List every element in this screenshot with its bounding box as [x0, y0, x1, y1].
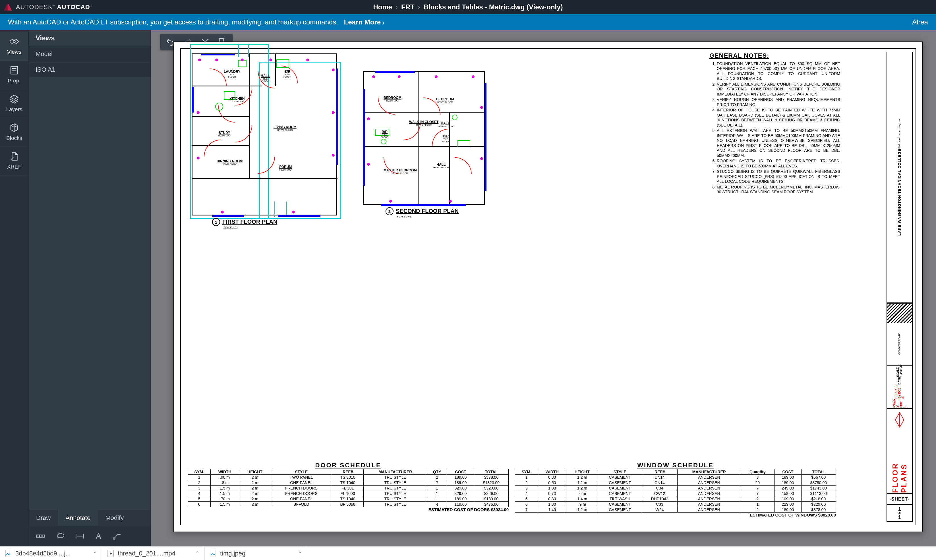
title-block: LAKE WASHINGTON TECHNICAL COLLEGE Kirkla…: [887, 52, 913, 522]
note-item: VERIFY ROUGH OPENINGS AND FRAMING REQUIR…: [717, 97, 840, 107]
os-file-name: thread_0_201....mp4: [118, 550, 176, 557]
rail-blocks[interactable]: Blocks: [0, 118, 28, 147]
titleblock-hatch: [887, 303, 912, 323]
pen-icon: [887, 408, 912, 431]
svg-rect-2: [36, 535, 45, 537]
chevron-up-icon[interactable]: ⌃: [298, 551, 302, 556]
room-label: MASTER BEDROOMHRWD FLOOR: [383, 169, 417, 175]
rail-layers[interactable]: Layers: [0, 89, 28, 118]
promo-right-text: Alrea: [912, 18, 928, 26]
rail-views[interactable]: Views: [0, 32, 28, 60]
learn-more-link[interactable]: Learn More: [344, 18, 381, 26]
rail-label: Layers: [6, 106, 22, 112]
text-icon[interactable]: A: [95, 531, 102, 541]
breadcrumb-folder[interactable]: FRT: [401, 3, 414, 11]
note-item: METAL ROOFING IS TO BE MCELROYMETAL, INC…: [717, 185, 840, 195]
os-file-1[interactable]: 3db48e4d5bd9....j... ⌃: [0, 547, 102, 560]
door-schedule: DOOR SCHEDULE SYM.WIDTHHEIGHTSTYLEREF#MA…: [188, 462, 509, 517]
room-label: BEDROOMHRWD FLOOR: [436, 97, 454, 103]
room-label: DINNING ROOMHRWD FLOOR: [217, 160, 243, 165]
table-row: 20.501.2 mCASEMENTCN14ANDERSEN20189.00$3…: [515, 480, 836, 486]
notes-heading: GENERAL NOTES:: [710, 52, 840, 60]
note-item: VERIFY ALL DIMENSIONS AND CONDITIONS BEF…: [717, 82, 840, 97]
brand-bold: AUTOCAD: [57, 3, 90, 11]
view-iso-a1[interactable]: ISO A1: [29, 62, 151, 77]
view-model[interactable]: Model: [29, 46, 151, 62]
views-panel: Views Model ISO A1 Draw Annotate Modify …: [28, 30, 151, 546]
note-item: INTERIOR OF HOUSE IS TO BE PAINTED WHITE…: [717, 108, 840, 128]
sheet-name: FLOOR PLANS: [887, 431, 912, 494]
titleblock-college: LAKE WASHINGTON TECHNICAL COLLEGE: [898, 149, 902, 235]
dimension-icon[interactable]: [75, 531, 85, 541]
subscription-promo-bar: With an AutoCAD or AutoCAD LT subscripti…: [0, 14, 936, 30]
door-schedule-title: DOOR SCHEDULE: [188, 462, 509, 469]
room-label: B/RTILEFLOOR: [283, 70, 291, 78]
promo-message: With an AutoCAD or AutoCAD LT subscripti…: [8, 18, 338, 26]
tab-annotate[interactable]: Annotate: [58, 510, 98, 526]
svg-rect-9: [210, 550, 216, 557]
chevron-right-icon: ›: [418, 3, 420, 11]
room-label: HALLHRWD FLOOR: [437, 122, 453, 128]
os-file-name: timg.jpeg: [220, 550, 245, 557]
room-label: B/RTILEFLOOR: [381, 130, 389, 138]
table-row: 40.70.6 mCASEMENTCW12ANDERSEN7159.00$111…: [515, 491, 836, 496]
chevron-right-icon: ›: [383, 19, 385, 26]
video-file-icon: [108, 550, 114, 557]
eye-icon: [9, 36, 20, 47]
room-label: B/RTILEFLOOR: [442, 134, 450, 143]
layers-icon: [9, 93, 20, 105]
room-label: HALLHRWD FLOOR: [433, 163, 449, 169]
image-file-icon: [210, 550, 216, 557]
measure-icon[interactable]: [35, 531, 45, 541]
note-item: FOUNDATION VENTILATION EQUAL TO 300 SQ M…: [717, 62, 840, 81]
rail-properties[interactable]: Prop.: [0, 60, 28, 89]
second-floor-plan: BEDROOMHRWD FLOORBEDROOMHRWD FLOORWALK-I…: [363, 71, 485, 205]
rail-label: Blocks: [6, 135, 22, 141]
annotate-toolbar: A: [29, 526, 151, 546]
chevron-right-icon: ›: [396, 3, 398, 11]
rail-label: XREF: [7, 164, 22, 170]
sheet-label: ·SHEET·: [887, 494, 912, 504]
table-row: 2.8 m2 mONE PANELTS 1040TRU STYLE7189.00…: [188, 480, 509, 486]
room-label: LAUNDRYTILEFLOOR: [224, 70, 240, 78]
revision-cloud-icon[interactable]: [55, 531, 65, 541]
floor-plan-drawing: LAUNDRYTILEFLOORHALLTILEFLOORB/RTILEFLOO…: [186, 52, 739, 337]
chevron-up-icon[interactable]: ⌃: [93, 551, 97, 556]
room-label: KITCHENTILE FLOOR: [229, 97, 245, 103]
chevron-up-icon[interactable]: ⌃: [196, 551, 199, 556]
window-schedule-title: WINDOW SCHEDULE: [515, 462, 836, 469]
layout-sheet: LAUNDRYTILEFLOORHALLTILEFLOORB/RTILEFLOO…: [174, 42, 923, 532]
table-row: 31.801.2 mCASEMENTC34ANDERSEN7249.00$174…: [515, 486, 836, 491]
window-cost-estimate: ESTIMATED COST OF WINDOWS $8028.00: [515, 512, 836, 517]
os-file-3[interactable]: timg.jpeg ⌃: [205, 547, 307, 560]
app-titlebar: AUTODESK® AUTOCAD® Home › FRT › Blocks a…: [0, 0, 936, 14]
svg-rect-7: [5, 550, 11, 557]
blocks-icon: [9, 122, 20, 133]
breadcrumb: Home › FRT › Blocks and Tables - Metric.…: [373, 3, 563, 11]
app-logo: AUTODESK® AUTOCAD®: [0, 2, 92, 12]
tab-modify[interactable]: Modify: [98, 510, 131, 526]
table-row: 50.301.4 mTILT-WASHDHP1042ANDERSEN2109.0…: [515, 496, 836, 502]
note-item: ALL EXTERIOR WALL ARE TO BE 50MMX150MM F…: [717, 128, 840, 158]
rail-label: Prop.: [8, 78, 20, 84]
first-floor-title: 1FIRST FLOOR PLAN SCALE 1:01: [212, 218, 277, 229]
table-row: 61.5 m2 mBI-FOLDBF 5068TRU STYLE4119.00$…: [188, 502, 509, 507]
general-notes: GENERAL NOTES: FOUNDATION VENTILATION EQ…: [710, 52, 840, 195]
leader-icon[interactable]: [112, 531, 122, 541]
sheet-number: 1 OF 1: [887, 504, 912, 522]
os-file-2[interactable]: thread_0_201....mp4 ⌃: [102, 547, 205, 560]
door-cost-estimate: ESTIMATED COST OF DOORS $3024.00: [188, 507, 509, 512]
titleblock-college-sub: Kirkland, Washington: [898, 119, 901, 149]
room-label: FORUMHRWD FLOOR: [278, 165, 293, 171]
table-row: 41.5 m2 mFRENCH DOORSFL 1000TRU STYLE132…: [188, 491, 509, 496]
tab-draw[interactable]: Draw: [29, 510, 58, 526]
note-item: STUCCO SIDING IS TO BE QUIKRETE QUIKWALL…: [717, 169, 840, 184]
svg-point-0: [13, 40, 15, 43]
table-row: 1.90 m2 mTWO PANELTS 3010TRU STYLE2189.0…: [188, 475, 509, 480]
rail-xref[interactable]: XREF: [0, 147, 28, 175]
window-schedule: WINDOW SCHEDULE SYM.WIDTHHEIGHTSTYLEREF#…: [515, 462, 836, 517]
breadcrumb-home[interactable]: Home: [373, 3, 392, 11]
drawing-canvas[interactable]: LAUNDRYTILEFLOORHALLTILEFLOORB/RTILEFLOO…: [151, 30, 936, 546]
brand-light: AUTODESK: [16, 3, 52, 11]
os-downloads-bar: 3db48e4d5bd9....j... ⌃ thread_0_201....m…: [0, 546, 936, 560]
